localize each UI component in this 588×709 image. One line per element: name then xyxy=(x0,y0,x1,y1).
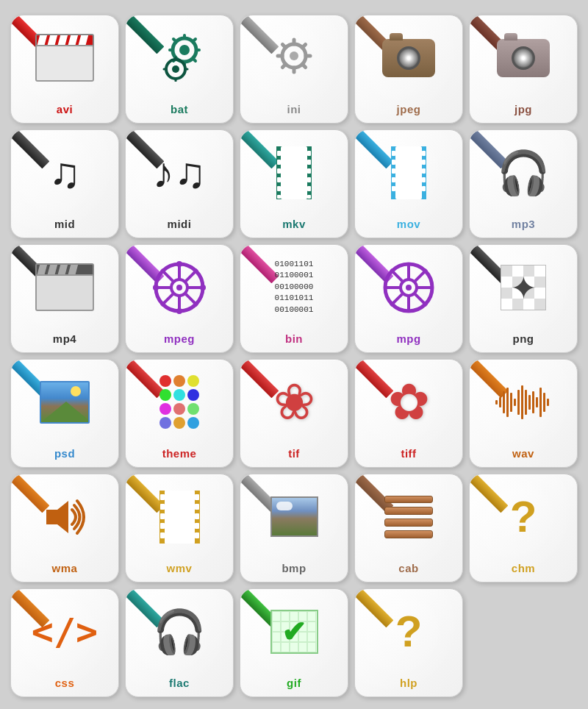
bat-graphic xyxy=(126,15,233,100)
svg-point-11 xyxy=(172,65,179,73)
svg-rect-94 xyxy=(539,388,542,417)
svg-point-67 xyxy=(176,261,182,267)
svg-rect-92 xyxy=(532,391,534,413)
bmp-label: bmp xyxy=(282,562,306,574)
svg-rect-52 xyxy=(422,160,426,165)
svg-rect-47 xyxy=(392,160,395,165)
svg-rect-49 xyxy=(392,177,395,182)
svg-line-66 xyxy=(162,293,173,305)
ini-graphic xyxy=(240,15,348,100)
svg-rect-107 xyxy=(160,532,165,538)
svg-rect-53 xyxy=(422,168,426,174)
svg-line-78 xyxy=(391,269,403,281)
file-icon-bin[interactable]: 0100110101100001001000000110101100100001… xyxy=(240,244,348,353)
tiff-label: tiff xyxy=(401,447,416,460)
file-icon-avi[interactable]: avi xyxy=(10,15,119,124)
file-icon-mid[interactable]: ♫ mid xyxy=(10,129,119,238)
svg-rect-31 xyxy=(277,160,281,165)
mov-graphic xyxy=(355,130,462,215)
bin-label: bin xyxy=(285,332,303,345)
file-icon-psd[interactable]: psd xyxy=(10,359,119,468)
mpg-graphic xyxy=(355,245,462,329)
file-icon-wma[interactable]: wma xyxy=(10,474,119,582)
svg-rect-85 xyxy=(506,388,509,417)
file-icon-cab[interactable]: cab xyxy=(354,474,463,582)
file-icon-mp3[interactable]: 🎧 mp3 xyxy=(469,129,578,238)
file-icon-css[interactable]: </> css xyxy=(10,588,119,697)
svg-rect-87 xyxy=(514,399,516,406)
css-graphic: </> xyxy=(11,589,118,674)
svg-rect-82 xyxy=(495,400,498,405)
svg-rect-39 xyxy=(307,177,311,182)
file-icon-gif[interactable]: ✔ gif xyxy=(240,588,348,697)
svg-rect-98 xyxy=(46,510,57,524)
file-icon-mpeg[interactable]: mpeg xyxy=(125,244,234,353)
file-icon-hlp[interactable]: ? hlp xyxy=(354,588,463,697)
svg-rect-93 xyxy=(536,397,538,407)
mp3-graphic: 🎧 xyxy=(470,130,577,215)
svg-rect-34 xyxy=(277,186,281,191)
theme-label: theme xyxy=(162,447,197,460)
svg-rect-50 xyxy=(392,186,395,191)
file-icon-wmv[interactable]: wmv xyxy=(125,474,234,582)
file-icon-jpg[interactable]: jpg xyxy=(469,15,578,124)
svg-rect-103 xyxy=(160,494,165,500)
tif-label: tif xyxy=(288,447,300,460)
file-icon-tif[interactable]: ❀ tif xyxy=(240,359,348,468)
mid-label: mid xyxy=(54,218,75,230)
file-icon-mov[interactable]: mov xyxy=(354,129,463,238)
file-icon-mkv[interactable]: mkv xyxy=(240,129,348,238)
file-icon-png[interactable]: ✦ png xyxy=(469,244,578,353)
svg-line-79 xyxy=(415,293,427,305)
svg-rect-55 xyxy=(422,186,426,191)
svg-line-65 xyxy=(186,269,198,281)
cab-graphic xyxy=(355,474,462,559)
file-icon-flac[interactable]: 🎧 flac xyxy=(125,588,234,697)
svg-point-69 xyxy=(153,285,159,291)
flac-graphic: 🎧 xyxy=(126,589,233,674)
file-icon-jpeg[interactable]: jpeg xyxy=(354,15,463,124)
svg-rect-95 xyxy=(543,393,545,412)
bmp-graphic xyxy=(240,474,348,559)
svg-line-64 xyxy=(186,293,198,305)
png-label: png xyxy=(513,332,534,345)
file-icon-tiff[interactable]: ✿ tiff xyxy=(354,359,463,468)
file-icon-bat[interactable]: bat xyxy=(125,15,234,124)
file-icon-theme[interactable]: theme xyxy=(125,359,234,468)
svg-rect-46 xyxy=(392,151,395,156)
svg-rect-30 xyxy=(277,151,281,156)
svg-rect-33 xyxy=(277,177,281,182)
svg-rect-108 xyxy=(195,494,199,500)
gif-graphic: ✔ xyxy=(240,589,348,674)
svg-line-7 xyxy=(193,59,196,61)
svg-rect-54 xyxy=(422,177,426,182)
mp4-label: mp4 xyxy=(53,332,76,345)
file-icon-bmp[interactable]: bmp xyxy=(240,474,348,582)
file-icon-mp4[interactable]: mp4 xyxy=(10,244,119,353)
jpeg-graphic xyxy=(355,15,462,100)
file-icon-midi[interactable]: ♪♫ midi xyxy=(125,129,234,238)
svg-rect-51 xyxy=(422,151,426,156)
file-icon-chm[interactable]: ? chm xyxy=(469,474,578,582)
svg-rect-88 xyxy=(517,390,520,415)
svg-rect-35 xyxy=(277,195,281,199)
svg-line-63 xyxy=(162,269,173,281)
svg-rect-106 xyxy=(160,523,165,529)
file-icon-wav[interactable]: wav xyxy=(469,359,578,468)
svg-rect-38 xyxy=(307,168,311,174)
svg-rect-32 xyxy=(277,168,281,174)
svg-line-8 xyxy=(193,39,196,41)
file-icon-mpg[interactable]: mpg xyxy=(354,244,463,353)
svg-rect-89 xyxy=(521,385,523,419)
svg-line-24 xyxy=(302,44,305,47)
png-graphic: ✦ xyxy=(470,245,577,329)
svg-rect-40 xyxy=(307,186,311,191)
svg-point-17 xyxy=(290,51,298,60)
svg-rect-37 xyxy=(307,160,311,165)
midi-graphic: ♪♫ xyxy=(126,130,233,215)
psd-label: psd xyxy=(54,447,75,460)
file-icon-ini[interactable]: ini xyxy=(240,15,348,124)
avi-graphic xyxy=(11,15,118,100)
psd-graphic xyxy=(11,360,118,444)
mp4-graphic xyxy=(11,245,118,329)
